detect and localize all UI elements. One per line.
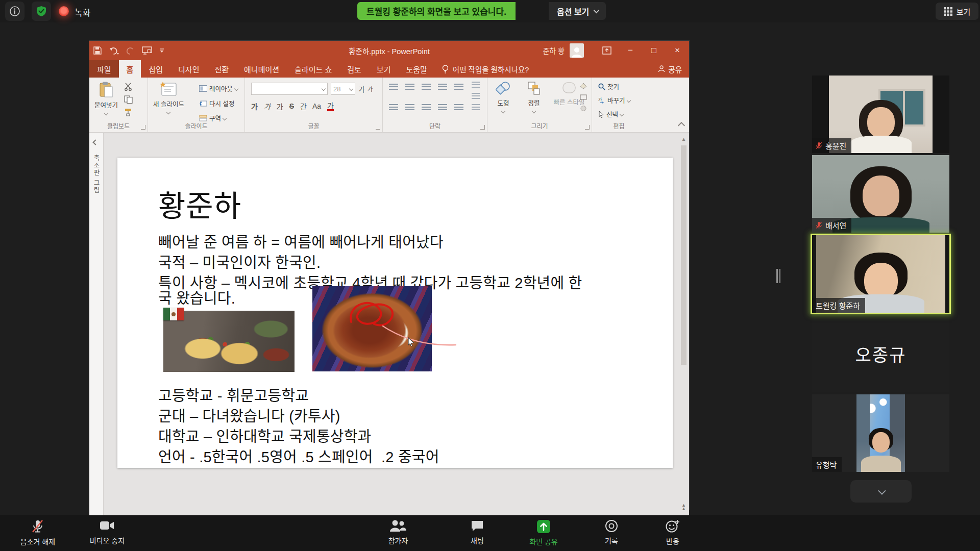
panel-resize-handle[interactable] <box>776 269 781 283</box>
layout-button[interactable]: 레이아웃 <box>199 84 238 93</box>
ribbon-display-options-button[interactable] <box>595 41 619 60</box>
view-options-button[interactable]: 옵션 보기 <box>549 2 606 20</box>
clipboard-dialog-launcher[interactable] <box>141 125 145 130</box>
copy-icon[interactable] <box>124 95 133 104</box>
replace-button[interactable]: 가 바꾸기 <box>598 95 630 105</box>
tab-view[interactable]: 보기 <box>369 60 399 78</box>
participant-tile[interactable]: 배서연 <box>812 155 949 233</box>
tab-animations[interactable]: 애니메이션 <box>236 60 287 78</box>
tab-insert[interactable]: 삽입 <box>141 60 170 78</box>
line-spacing-button[interactable] <box>454 84 463 90</box>
font-dialog-launcher[interactable] <box>376 125 380 130</box>
encryption-status-button[interactable] <box>32 2 51 21</box>
find-button[interactable]: 찾기 <box>598 82 630 91</box>
participant-tile[interactable]: 유형탁 <box>812 394 949 472</box>
new-slide-button[interactable]: 새 슬라이드 <box>153 82 184 114</box>
tab-file[interactable]: 파일 <box>89 60 119 78</box>
select-button[interactable]: 선택 <box>598 109 630 119</box>
align-right-button[interactable] <box>422 104 431 111</box>
format-painter-icon[interactable] <box>124 108 133 116</box>
cut-icon[interactable] <box>124 83 133 91</box>
meeting-info-button[interactable] <box>5 2 24 21</box>
tab-transitions[interactable]: 전환 <box>207 60 236 78</box>
font-size-combo[interactable]: 28 <box>331 83 355 95</box>
drawing-dialog-launcher[interactable] <box>585 125 590 130</box>
tab-design[interactable]: 디자인 <box>170 60 207 78</box>
increase-indent-button[interactable] <box>438 84 447 90</box>
strikethrough-button[interactable]: S <box>289 102 294 110</box>
align-text-button[interactable] <box>472 93 480 99</box>
quick-styles-icon <box>562 82 576 95</box>
participant-name: 트월킹 황준하 <box>816 300 860 311</box>
tab-home[interactable]: 홈 <box>119 60 141 78</box>
tell-me-search[interactable]: 어떤 작업을 원하시나요? <box>435 60 536 78</box>
collapse-ribbon-button[interactable] <box>678 122 685 129</box>
ribbon-group-drawing: 도형 정렬 빠른 스타일 <box>487 78 592 132</box>
ppt-editing-area: 축소판 그림 황준하 빼어날 준 여름 하 = 여름에 빼어나게 태어났다 국적… <box>89 133 689 538</box>
participant-tile[interactable]: 오종규 <box>812 315 949 392</box>
reactions-button[interactable]: 반응 <box>657 519 688 546</box>
reset-button[interactable]: 다시 설정 <box>199 98 238 108</box>
minimize-button[interactable]: − <box>619 41 642 60</box>
participants-button[interactable]: 참가자 <box>378 519 419 545</box>
thumbnail-pane-collapsed[interactable]: 축소판 그림 <box>89 133 104 538</box>
scroll-up-icon[interactable]: ▲ <box>681 136 687 142</box>
record-button[interactable]: 기록 <box>596 519 627 545</box>
chat-button[interactable]: 채팅 <box>462 519 493 545</box>
align-left-button[interactable] <box>389 104 398 111</box>
bullets-button[interactable] <box>389 84 398 90</box>
stop-video-button[interactable]: 비디오 중지 <box>82 519 133 545</box>
undo-icon[interactable] <box>109 47 119 55</box>
shape-effects-icon[interactable] <box>580 105 587 112</box>
share-screen-button[interactable]: 화면 공유 <box>523 519 564 546</box>
slide-scrollbar[interactable]: ▲ ▲▲ ▼▼ ▼ <box>680 136 688 534</box>
font-color-button[interactable]: 가 <box>327 102 334 111</box>
chevron-down-icon <box>594 7 599 13</box>
bold-button[interactable]: 가 <box>251 101 258 111</box>
paste-button[interactable]: 붙여넣기 <box>94 82 118 115</box>
underline-button[interactable]: 가 <box>277 101 283 111</box>
grow-font-button[interactable]: 가 <box>358 84 365 94</box>
tab-review[interactable]: 검토 <box>339 60 369 78</box>
paragraph-dialog-launcher[interactable] <box>480 125 485 130</box>
justify-button[interactable] <box>438 104 447 111</box>
participant-tile-active-speaker[interactable]: 트월킹 황준하 <box>812 235 949 313</box>
slide-canvas[interactable]: 황준하 빼어날 준 여름 하 = 여름에 빼어나게 태어났다 국적 – 미국인이… <box>117 158 673 468</box>
align-center-button[interactable] <box>405 104 414 111</box>
meeting-controls-bar: 음소거 해제 비디오 중지 참가자 15 채팅 <box>0 515 980 551</box>
numbering-button[interactable] <box>405 84 414 90</box>
customize-qat-icon[interactable] <box>159 47 164 54</box>
chat-bubble-icon <box>471 519 484 533</box>
avatar[interactable] <box>570 43 584 58</box>
char-spacing-button[interactable]: 간 <box>300 101 306 111</box>
previous-slide-button[interactable]: ▲▲ <box>680 504 687 511</box>
shape-fill-icon[interactable] <box>580 83 587 89</box>
scrollbar-thumb[interactable] <box>681 145 687 365</box>
shrink-font-button[interactable]: 가 <box>368 85 373 93</box>
decrease-indent-button[interactable] <box>422 84 431 90</box>
more-participants-button[interactable] <box>850 480 912 503</box>
unmute-button[interactable]: 음소거 해제 <box>14 519 61 546</box>
ppt-share-button[interactable]: 공유 <box>658 60 682 78</box>
arrange-button[interactable]: 정렬 <box>527 82 541 113</box>
participant-tile[interactable]: 홍윤진 <box>812 76 949 153</box>
ppt-title-bar: 황준하.pptx - PowerPoint 준하 황 − □ × <box>89 41 689 60</box>
italic-button[interactable]: 가 <box>264 101 271 111</box>
ppt-ribbon-tabs: 파일 홈 삽입 디자인 전환 애니메이션 슬라이드 쇼 검토 보기 도움말 어떤… <box>89 60 689 78</box>
font-name-combo[interactable] <box>251 83 328 95</box>
gallery-view-button[interactable]: 보기 <box>936 3 978 20</box>
tab-help[interactable]: 도움말 <box>398 60 434 78</box>
change-case-button[interactable]: Aa <box>312 102 321 110</box>
save-icon[interactable] <box>93 46 102 55</box>
close-button[interactable]: × <box>666 41 689 60</box>
shape-outline-icon[interactable] <box>580 94 587 101</box>
quick-styles-button[interactable]: 빠른 스타일 <box>556 82 582 107</box>
text-direction-button[interactable] <box>472 82 480 88</box>
shapes-button[interactable]: 도형 <box>496 82 511 113</box>
columns-button[interactable] <box>454 104 463 111</box>
start-slideshow-icon[interactable] <box>142 46 152 55</box>
ppt-account-name[interactable]: 준하 황 <box>543 45 565 56</box>
maximize-button[interactable]: □ <box>642 41 666 60</box>
tab-slideshow[interactable]: 슬라이드 쇼 <box>287 60 339 78</box>
smartart-convert-button[interactable] <box>472 104 480 111</box>
